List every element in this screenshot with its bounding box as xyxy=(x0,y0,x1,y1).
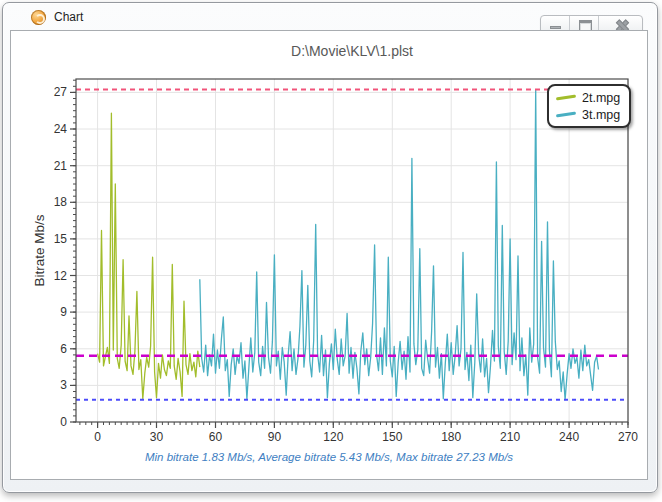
app-icon xyxy=(31,10,46,25)
chart-client-area: D:\Movie\KLV\1.plst 03060901201501802102… xyxy=(10,30,648,480)
close-icon xyxy=(615,19,627,31)
svg-text:18: 18 xyxy=(54,195,68,209)
chart-window: Chart D:\Movie\KLV\1.plst 03060901201501… xyxy=(2,2,658,493)
svg-text:9: 9 xyxy=(60,305,67,319)
legend-item-3t[interactable]: 3t.mpg xyxy=(556,106,620,123)
svg-text:21: 21 xyxy=(54,159,68,173)
svg-text:0: 0 xyxy=(60,415,67,429)
svg-text:27: 27 xyxy=(54,85,68,99)
svg-text:60: 60 xyxy=(209,430,223,444)
svg-text:30: 30 xyxy=(150,430,164,444)
svg-text:210: 210 xyxy=(500,430,520,444)
svg-text:12: 12 xyxy=(54,269,68,283)
bitrate-stats-caption: Min bitrate 1.83 Mb/s, Average bitrate 5… xyxy=(11,451,647,463)
svg-text:24: 24 xyxy=(54,122,68,136)
svg-text:180: 180 xyxy=(441,430,461,444)
svg-text:120: 120 xyxy=(323,430,343,444)
legend-label-2t: 2t.mpg xyxy=(582,91,620,105)
legend-label-3t: 3t.mpg xyxy=(582,108,620,122)
legend-item-2t[interactable]: 2t.mpg xyxy=(556,89,620,106)
svg-text:3: 3 xyxy=(60,378,67,392)
series-3t-line-sample xyxy=(556,111,576,117)
window-title: Chart xyxy=(54,10,83,24)
minimize-icon xyxy=(550,26,561,29)
svg-text:240: 240 xyxy=(559,430,579,444)
title-bar[interactable]: Chart xyxy=(3,3,657,31)
svg-text:150: 150 xyxy=(382,430,402,444)
svg-text:15: 15 xyxy=(54,232,68,246)
svg-text:6: 6 xyxy=(60,342,67,356)
svg-text:270: 270 xyxy=(618,430,638,444)
svg-text:0: 0 xyxy=(94,430,101,444)
y-axis-label: Bitrate Mb/s xyxy=(32,214,47,286)
series-2t-line-sample xyxy=(556,94,576,100)
screen: Chart D:\Movie\KLV\1.plst 03060901201501… xyxy=(0,0,662,502)
svg-text:90: 90 xyxy=(268,430,282,444)
legend: 2t.mpg 3t.mpg xyxy=(547,84,631,128)
